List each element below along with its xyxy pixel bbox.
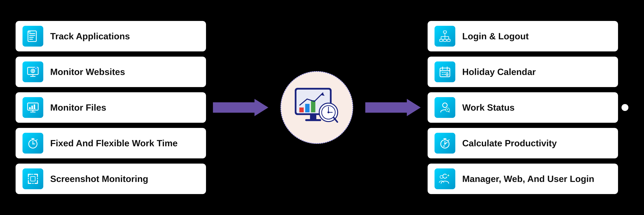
center-monitor-icon (292, 83, 341, 132)
svg-rect-56 (443, 31, 446, 33)
card-screenshot-monitoring: Screenshot Monitoring (16, 164, 206, 194)
svg-marker-75 (446, 74, 448, 76)
monitor-files-label: Monitor Files (50, 102, 106, 113)
manager-login-icon-box (434, 168, 455, 189)
svg-rect-46 (305, 104, 310, 112)
svg-point-91 (440, 175, 443, 178)
left-arrow (213, 99, 268, 116)
card-monitor-websites: Monitor Websites (16, 56, 206, 87)
svg-rect-44 (305, 119, 321, 121)
svg-rect-21 (34, 104, 35, 109)
card-manager-login: Manager, Web, And User Login (428, 164, 618, 194)
main-container: Track Applications Monito (0, 0, 644, 215)
monitor-web-icon (27, 66, 39, 78)
fixed-flexible-icon-box (22, 133, 43, 154)
fixed-flexible-label: Fixed And Flexible Work Time (50, 138, 178, 148)
right-arrow (365, 99, 421, 116)
svg-rect-30 (28, 174, 38, 184)
svg-rect-43 (310, 115, 316, 120)
svg-point-86 (444, 143, 446, 145)
svg-rect-58 (447, 39, 450, 42)
track-applications-label: Track Applications (50, 31, 130, 41)
monitor-websites-icon-box (22, 62, 43, 82)
svg-rect-20 (31, 106, 33, 109)
svg-rect-45 (299, 108, 304, 112)
svg-rect-57 (440, 39, 443, 42)
timer-icon (27, 137, 39, 149)
svg-rect-31 (31, 176, 35, 181)
holiday-calendar-label: Holiday Calendar (462, 67, 536, 77)
monitor-bar-icon (27, 102, 39, 114)
right-arrow-section (358, 99, 428, 116)
monitor-websites-label: Monitor Websites (50, 67, 125, 77)
screenshot-monitoring-label: Screenshot Monitoring (50, 174, 148, 184)
work-status-label: Work Status (462, 102, 514, 113)
work-status-icon-box (434, 97, 455, 118)
track-applications-icon-box (22, 26, 43, 46)
card-login-logout: Login & Logout (428, 21, 618, 52)
center-circle-wrapper (275, 71, 358, 144)
login-logout-icon-box (434, 26, 455, 46)
holiday-calendar-icon-box (434, 62, 455, 82)
svg-point-53 (328, 111, 330, 113)
card-calculate-productivity: Calculate Productivity (428, 128, 618, 158)
card-monitor-files: Monitor Files (16, 92, 206, 123)
svg-marker-40 (213, 99, 268, 116)
screenshot-monitoring-icon-box (22, 168, 43, 189)
list-icon (27, 30, 39, 42)
svg-rect-19 (29, 107, 31, 109)
calendar-icon (439, 66, 451, 78)
svg-rect-47 (311, 100, 315, 112)
left-features: Track Applications Monito (16, 21, 206, 194)
login-logout-label: Login & Logout (462, 31, 529, 41)
svg-point-90 (443, 174, 447, 178)
work-status-icon (439, 102, 451, 114)
manager-login-label: Manager, Web, And User Login (462, 174, 594, 184)
card-fixed-flexible: Fixed And Flexible Work Time (16, 128, 206, 158)
svg-marker-55 (365, 99, 421, 116)
svg-rect-5 (28, 31, 31, 33)
svg-line-28 (36, 140, 37, 140)
network-icon (439, 30, 451, 42)
calculate-productivity-label: Calculate Productivity (462, 138, 557, 148)
user-group-icon (439, 173, 451, 185)
stopwatch-icon (439, 137, 451, 149)
svg-point-80 (447, 110, 448, 110)
svg-point-76 (443, 103, 447, 108)
screenshot-icon (27, 173, 39, 185)
left-arrow-section (206, 99, 275, 116)
right-features: Login & Logout (428, 21, 618, 194)
monitor-files-icon-box (22, 97, 43, 118)
card-work-status: Work Status (428, 92, 618, 123)
card-holiday-calendar: Holiday Calendar (428, 56, 618, 87)
center-circle (280, 71, 353, 144)
svg-point-29 (32, 143, 34, 144)
calculate-productivity-icon-box (434, 133, 455, 154)
svg-line-87 (448, 140, 449, 140)
card-track-applications: Track Applications (16, 21, 206, 52)
far-right-dot (622, 104, 628, 111)
svg-rect-59 (443, 39, 446, 42)
